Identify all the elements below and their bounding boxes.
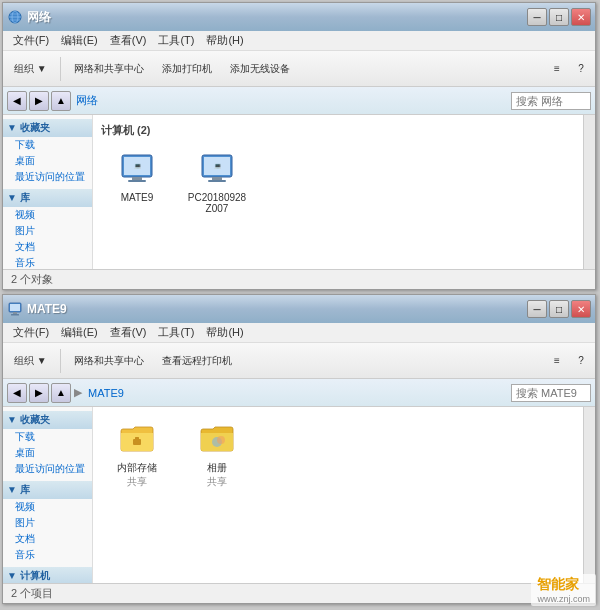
sidebar-favorites-header-2[interactable]: ▼ 收藏夹	[3, 411, 92, 429]
file-label-storage: 内部存储共享	[117, 461, 157, 489]
sidebar-favorites-header-1[interactable]: ▼ 收藏夹	[3, 119, 92, 137]
sidebar-item-pictures-1[interactable]: 图片	[3, 223, 92, 239]
window-icon-1	[7, 9, 23, 25]
svg-text:💻: 💻	[134, 162, 142, 170]
file-label-mate9: MATE9	[121, 192, 154, 203]
file-label-album: 相册共享	[207, 461, 227, 489]
sidebar-item-docs-2[interactable]: 文档	[3, 531, 92, 547]
sidebar-group-favorites-2: ▼ 收藏夹 下载 桌面 最近访问的位置	[3, 411, 92, 477]
folder-icon-storage	[117, 419, 157, 459]
title-bar-1: 网络 ─ □ ✕	[3, 3, 595, 31]
file-area-2: 内部存储共享 相册共享	[93, 407, 583, 583]
sidebar-item-recent-2[interactable]: 最近访问的位置	[3, 461, 92, 477]
scrollbar-2[interactable]	[583, 407, 595, 583]
sidebar-library-header-2[interactable]: ▼ 库	[3, 481, 92, 499]
file-item-internal-storage[interactable]: 内部存储共享	[105, 419, 169, 489]
nav-bar-2: ◀ ▶ ▲ ▶ MATE9	[3, 379, 595, 407]
svg-point-22	[217, 436, 225, 444]
menu-help-1[interactable]: 帮助(H)	[200, 31, 249, 50]
path-network-1[interactable]: 网络	[73, 92, 101, 109]
sidebar-item-downloads-2[interactable]: 下载	[3, 429, 92, 445]
svg-rect-13	[208, 180, 226, 182]
watermark-brand: 智能家	[537, 576, 590, 594]
sep-2	[60, 349, 61, 373]
toolbar-2: 组织 ▼ 网络和共享中心 查看远程打印机 ≡ ?	[3, 343, 595, 379]
menu-view-2[interactable]: 查看(V)	[104, 323, 153, 342]
maximize-btn-1[interactable]: □	[549, 8, 569, 26]
folder-icon-album	[197, 419, 237, 459]
content-area-1: ▼ 收藏夹 下载 桌面 最近访问的位置 ▼ 库 视频 图片 文档 音乐 ▼ 计算…	[3, 115, 595, 269]
svg-rect-17	[13, 312, 17, 314]
sidebar-item-video-2[interactable]: 视频	[3, 499, 92, 515]
sidebar-item-desktop-2[interactable]: 桌面	[3, 445, 92, 461]
organize-btn-2[interactable]: 组织 ▼	[7, 346, 54, 376]
scrollbar-1[interactable]	[583, 115, 595, 269]
svg-rect-12	[212, 177, 222, 180]
view-remote-btn-2[interactable]: 查看远程打印机	[155, 346, 239, 376]
back-btn-2[interactable]: ◀	[7, 383, 27, 403]
status-text-1: 2 个对象	[11, 272, 53, 287]
sidebar-item-recent-1[interactable]: 最近访问的位置	[3, 169, 92, 185]
svg-rect-7	[132, 177, 142, 180]
close-btn-1[interactable]: ✕	[571, 8, 591, 26]
window-icon-2	[7, 301, 23, 317]
svg-rect-20	[135, 437, 139, 440]
sidebar-item-music-1[interactable]: 音乐	[3, 255, 92, 269]
search-input-2[interactable]	[511, 384, 591, 402]
back-btn-1[interactable]: ◀	[7, 91, 27, 111]
svg-rect-16	[10, 304, 20, 311]
section-header-1: 计算机 (2)	[101, 123, 575, 138]
menu-file-2[interactable]: 文件(F)	[7, 323, 55, 342]
minimize-btn-2[interactable]: ─	[527, 300, 547, 318]
network-center-btn-2[interactable]: 网络和共享中心	[67, 346, 151, 376]
menu-edit-1[interactable]: 编辑(E)	[55, 31, 104, 50]
up-btn-1[interactable]: ▲	[51, 91, 71, 111]
menu-tools-2[interactable]: 工具(T)	[152, 323, 200, 342]
svg-text:💻: 💻	[214, 162, 222, 170]
maximize-btn-2[interactable]: □	[549, 300, 569, 318]
sidebar-item-video-1[interactable]: 视频	[3, 207, 92, 223]
computer-icon-pc: 💻	[197, 150, 237, 190]
help-icon-2[interactable]: ?	[571, 346, 591, 376]
organize-btn-1[interactable]: 组织 ▼	[7, 54, 54, 84]
toolbar-1: 组织 ▼ 网络和共享中心 添加打印机 添加无线设备 ≡ ?	[3, 51, 595, 87]
minimize-btn-1[interactable]: ─	[527, 8, 547, 26]
sidebar-group-library-2: ▼ 库 视频 图片 文档 音乐	[3, 481, 92, 563]
sep-1	[60, 57, 61, 81]
menu-help-2[interactable]: 帮助(H)	[200, 323, 249, 342]
sidebar-library-header-1[interactable]: ▼ 库	[3, 189, 92, 207]
sidebar-item-pictures-2[interactable]: 图片	[3, 515, 92, 531]
content-area-2: ▼ 收藏夹 下载 桌面 最近访问的位置 ▼ 库 视频 图片 文档 音乐 ▼ 计算…	[3, 407, 595, 583]
forward-btn-2[interactable]: ▶	[29, 383, 49, 403]
window-title-2: MATE9	[27, 302, 527, 316]
sidebar-2: ▼ 收藏夹 下载 桌面 最近访问的位置 ▼ 库 视频 图片 文档 音乐 ▼ 计算…	[3, 407, 93, 583]
search-input-1[interactable]	[511, 92, 591, 110]
view-btn-2[interactable]: ≡	[547, 346, 567, 376]
file-grid-2: 内部存储共享 相册共享	[101, 415, 575, 493]
up-btn-2[interactable]: ▲	[51, 383, 71, 403]
network-center-btn-1[interactable]: 网络和共享中心	[67, 54, 151, 84]
sidebar-item-docs-1[interactable]: 文档	[3, 239, 92, 255]
close-btn-2[interactable]: ✕	[571, 300, 591, 318]
forward-btn-1[interactable]: ▶	[29, 91, 49, 111]
watermark-url: www.znj.com	[537, 594, 590, 604]
add-wireless-btn-1[interactable]: 添加无线设备	[223, 54, 297, 84]
file-item-mate9[interactable]: 💻 MATE9	[105, 150, 169, 214]
file-item-pc[interactable]: 💻 PC20180928Z007	[185, 150, 249, 214]
add-printer-btn-1[interactable]: 添加打印机	[155, 54, 219, 84]
menu-edit-2[interactable]: 编辑(E)	[55, 323, 104, 342]
sidebar-item-downloads-1[interactable]: 下载	[3, 137, 92, 153]
menu-view-1[interactable]: 查看(V)	[104, 31, 153, 50]
path-mate9[interactable]: MATE9	[85, 386, 127, 400]
svg-rect-18	[11, 314, 19, 316]
view-btn-1[interactable]: ≡	[547, 54, 567, 84]
menu-tools-1[interactable]: 工具(T)	[152, 31, 200, 50]
sidebar-computer-header-2[interactable]: ▼ 计算机	[3, 567, 92, 583]
sidebar-item-music-2[interactable]: 音乐	[3, 547, 92, 563]
menu-file-1[interactable]: 文件(F)	[7, 31, 55, 50]
sidebar-item-desktop-1[interactable]: 桌面	[3, 153, 92, 169]
file-grid-1: 💻 MATE9 💻	[101, 146, 575, 218]
status-bar-1: 2 个对象	[3, 269, 595, 289]
file-item-album[interactable]: 相册共享	[185, 419, 249, 489]
help-icon-1[interactable]: ?	[571, 54, 591, 84]
